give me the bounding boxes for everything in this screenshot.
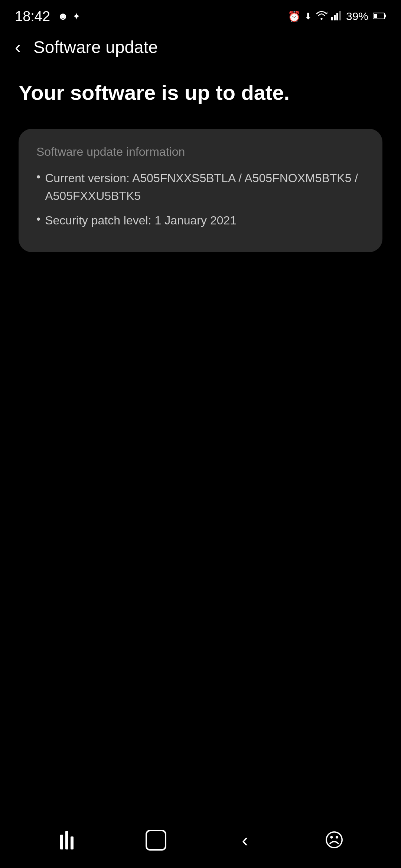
download-icon: ⬇ [304,11,312,22]
status-right: ⏰ ⬇ + 39% [288,10,386,23]
svg-rect-2 [334,15,336,20]
info-card-title: Software update information [36,145,365,159]
svg-rect-7 [374,14,377,18]
top-nav: ‹ Software update [0,30,401,65]
battery-icon [373,10,386,22]
wifi-icon: + [316,10,327,23]
status-bar: 18:42 ☻ ✦ ⏰ ⬇ + [0,0,401,30]
back-nav-button[interactable]: ‹ [230,825,260,855]
bullet-1: • [36,170,40,184]
accessibility-icon: ☹ [324,829,344,851]
recent-apps-icon [60,831,74,849]
svg-text:+: + [326,11,327,15]
circle-user-icon: ☻ [58,10,68,22]
home-button[interactable] [141,825,171,855]
battery-percentage: 39% [346,10,368,23]
status-time: 18:42 [15,9,50,24]
status-icons-left: ☻ ✦ [58,10,80,22]
recent-apps-button[interactable] [52,825,82,855]
back-nav-icon: ‹ [242,831,248,850]
current-version-item: • Current version: A505FNXXS5BTLA / A505… [36,169,365,205]
svg-rect-3 [336,13,338,20]
bullet-2: • [36,212,40,226]
svg-rect-1 [331,17,333,20]
accessibility-button[interactable]: ☹ [319,825,349,855]
up-to-date-message: Your software is up to date. [19,79,382,106]
software-info-card: Software update information • Current ve… [19,129,382,252]
current-version-text: Current version: A505FNXXS5BTLA / A505FN… [45,169,365,205]
bottom-nav: ‹ ☹ [0,820,401,868]
pawprint-icon: ✦ [72,11,81,22]
signal-icon [331,10,342,23]
main-content: Your software is up to date. Software up… [0,65,401,267]
security-patch-item: • Security patch level: 1 January 2021 [36,211,365,229]
page-title: Software update [33,37,158,57]
svg-rect-4 [339,11,341,20]
security-patch-text: Security patch level: 1 January 2021 [45,211,237,229]
home-icon [146,830,166,851]
status-left: 18:42 ☻ ✦ [15,9,81,24]
alarm-icon: ⏰ [288,10,301,23]
svg-rect-6 [385,14,386,17]
status-icons-right: ⏰ ⬇ + [288,10,342,23]
back-button[interactable]: ‹ [11,38,25,56]
